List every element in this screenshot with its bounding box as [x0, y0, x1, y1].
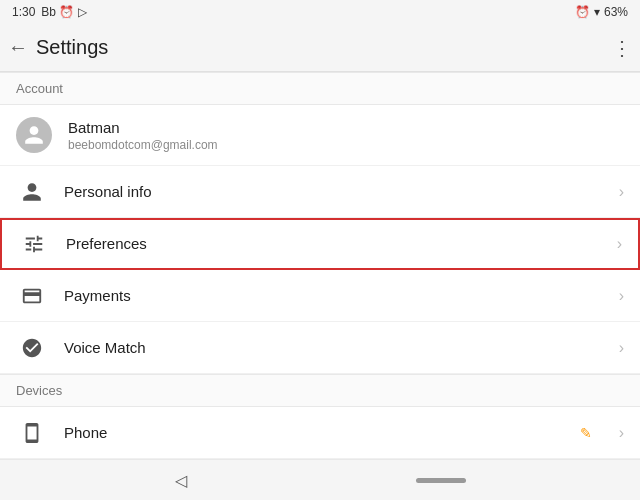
nav-home-pill[interactable]	[416, 478, 466, 483]
phone-item[interactable]: Phone ✎ ›	[0, 407, 640, 459]
back-button[interactable]: ←	[8, 36, 28, 59]
account-email: beebomdotcom@gmail.com	[68, 138, 624, 152]
page-title: Settings	[36, 36, 108, 59]
preferences-text: Preferences	[66, 235, 617, 253]
more-options-button[interactable]: ⋮	[612, 36, 632, 60]
pencil-icon: ✎	[580, 425, 592, 441]
toolbar: ← Settings ⋮	[0, 24, 640, 72]
phone-text: Phone	[64, 424, 619, 442]
bottom-nav: ◁	[0, 460, 640, 500]
phone-icon	[16, 422, 48, 444]
alarm-icon: ⏰	[575, 5, 590, 19]
payments-item[interactable]: Payments ›	[0, 270, 640, 322]
payments-label: Payments	[64, 287, 131, 304]
chevron-icon: ›	[619, 183, 624, 201]
avatar	[16, 117, 52, 153]
status-bar: 1:30 Bb ⏰ ▷ ⏰ ▾ 63%	[0, 0, 640, 24]
voice-match-label: Voice Match	[64, 339, 146, 356]
preferences-item[interactable]: Preferences ›	[0, 218, 640, 270]
devices-section-header: Devices	[0, 374, 640, 407]
toolbar-left: ← Settings	[8, 36, 108, 59]
account-item[interactable]: Batman beebomdotcom@gmail.com	[0, 105, 640, 166]
account-info: Batman beebomdotcom@gmail.com	[68, 119, 624, 152]
account-section-header: Account	[0, 72, 640, 105]
voice-match-item[interactable]: Voice Match ›	[0, 322, 640, 374]
personal-info-item[interactable]: Personal info ›	[0, 166, 640, 218]
chevron-icon: ›	[619, 339, 624, 357]
nav-back-button[interactable]: ◁	[175, 471, 187, 490]
status-indicators: Bb ⏰ ▷	[41, 5, 86, 19]
status-bar-right: ⏰ ▾ 63%	[575, 5, 628, 19]
phone-label: Phone	[64, 424, 107, 441]
person-icon	[16, 181, 48, 203]
chevron-icon: ›	[619, 424, 624, 442]
voice-match-text: Voice Match	[64, 339, 619, 357]
payments-text: Payments	[64, 287, 619, 305]
personal-info-label: Personal info	[64, 183, 152, 200]
status-bar-left: 1:30 Bb ⏰ ▷	[12, 5, 87, 19]
sliders-icon	[18, 233, 50, 255]
credit-card-icon	[16, 285, 48, 307]
check-circle-icon	[16, 337, 48, 359]
battery-level: 63%	[604, 5, 628, 19]
status-time: 1:30	[12, 5, 35, 19]
personal-info-text: Personal info	[64, 183, 619, 201]
preferences-label: Preferences	[66, 235, 147, 252]
account-name: Batman	[68, 119, 624, 136]
chevron-icon: ›	[619, 287, 624, 305]
wifi-icon: ▾	[594, 5, 600, 19]
chevron-icon: ›	[617, 235, 622, 253]
